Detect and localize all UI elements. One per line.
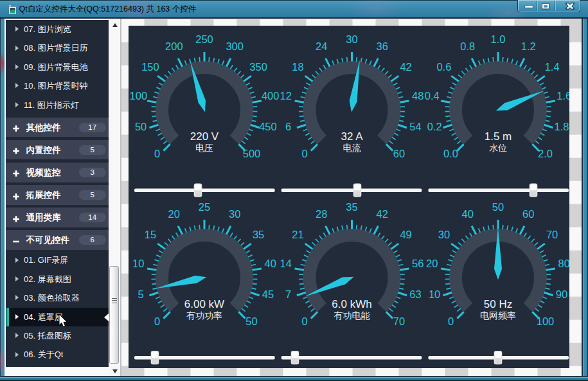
svg-text:49: 49 [400, 229, 411, 240]
svg-text:40: 40 [462, 208, 474, 220]
svg-text:40: 40 [265, 258, 276, 269]
svg-text:500: 500 [243, 148, 261, 159]
svg-text:54: 54 [409, 121, 421, 132]
svg-text:24: 24 [316, 40, 327, 52]
svg-text:电流: 电流 [343, 143, 361, 153]
svg-text:42: 42 [400, 61, 411, 73]
svg-text:90: 90 [556, 288, 567, 300]
svg-text:42: 42 [377, 208, 388, 220]
svg-text:220 V: 220 V [190, 130, 219, 143]
svg-text:1.5 m: 1.5 m [485, 130, 512, 143]
svg-text:1.0: 1.0 [491, 33, 506, 45]
svg-text:60: 60 [522, 208, 534, 220]
svg-text:有功功率: 有功功率 [186, 310, 222, 321]
svg-text:30: 30 [438, 229, 450, 240]
svg-text:21: 21 [292, 229, 303, 240]
svg-text:6: 6 [285, 121, 291, 132]
svg-text:50: 50 [245, 315, 257, 327]
svg-text:50: 50 [135, 121, 147, 132]
svg-text:350: 350 [249, 61, 267, 73]
svg-text:300: 300 [226, 40, 244, 52]
svg-text:0: 0 [448, 315, 454, 327]
svg-text:32 A: 32 A [341, 130, 363, 143]
svg-text:6.00 kW: 6.00 kW [184, 298, 224, 310]
svg-text:28: 28 [316, 208, 327, 220]
svg-text:0.0: 0.0 [443, 148, 458, 159]
svg-text:12: 12 [280, 90, 292, 102]
svg-text:30: 30 [346, 33, 357, 45]
svg-text:0.8: 0.8 [460, 40, 475, 52]
svg-text:35: 35 [346, 201, 357, 213]
svg-text:50 Hz: 50 Hz [484, 298, 512, 310]
svg-text:25: 25 [199, 201, 210, 213]
svg-text:电网频率: 电网频率 [480, 310, 516, 321]
svg-text:48: 48 [412, 90, 423, 102]
svg-text:0.6: 0.6 [436, 61, 451, 73]
svg-text:250: 250 [195, 33, 213, 45]
svg-text:200: 200 [165, 40, 183, 52]
svg-text:6.0 kWh: 6.0 kWh [332, 298, 371, 310]
svg-text:45: 45 [262, 288, 274, 300]
svg-text:水位: 水位 [489, 143, 507, 153]
svg-text:150: 150 [141, 61, 159, 73]
svg-text:400: 400 [262, 90, 280, 102]
svg-text:18: 18 [292, 61, 303, 73]
svg-text:0.4: 0.4 [425, 90, 440, 102]
svg-text:100: 100 [130, 90, 148, 102]
svg-text:0: 0 [301, 315, 307, 327]
svg-text:10: 10 [132, 258, 144, 269]
svg-text:电压: 电压 [195, 143, 213, 153]
svg-text:70: 70 [393, 315, 405, 327]
svg-text:80: 80 [558, 258, 569, 269]
svg-text:50: 50 [492, 201, 504, 213]
svg-text:60: 60 [393, 148, 405, 159]
svg-text:1.4: 1.4 [545, 61, 560, 73]
svg-text:70: 70 [546, 229, 558, 240]
svg-text:63: 63 [409, 288, 421, 300]
svg-text:1.8: 1.8 [554, 121, 569, 132]
svg-text:36: 36 [377, 40, 388, 52]
svg-text:15: 15 [145, 229, 156, 240]
svg-text:0: 0 [301, 148, 307, 159]
svg-text:56: 56 [412, 258, 423, 269]
svg-text:20: 20 [426, 258, 438, 269]
svg-text:10: 10 [429, 288, 440, 300]
svg-text:5: 5 [138, 288, 144, 300]
svg-text:100: 100 [537, 315, 555, 327]
svg-text:450: 450 [259, 121, 277, 132]
svg-text:0.2: 0.2 [427, 121, 442, 132]
svg-text:7: 7 [285, 288, 291, 300]
svg-text:2.0: 2.0 [538, 148, 553, 159]
svg-text:35: 35 [253, 229, 264, 240]
svg-text:0: 0 [154, 148, 160, 159]
svg-text:1.6: 1.6 [557, 90, 569, 102]
svg-text:30: 30 [229, 208, 240, 220]
svg-text:20: 20 [168, 208, 180, 220]
svg-text:0: 0 [154, 315, 160, 327]
svg-text:有功电能: 有功电能 [334, 310, 370, 321]
svg-text:14: 14 [280, 258, 292, 269]
svg-text:1.2: 1.2 [521, 40, 536, 52]
